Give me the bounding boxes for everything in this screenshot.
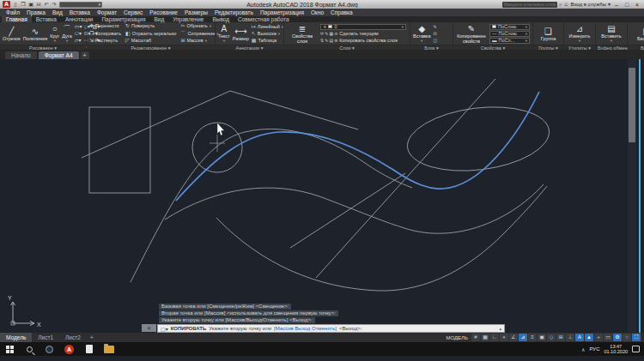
start-button[interactable] <box>0 342 20 356</box>
chevron-down-icon[interactable]: ▾ <box>608 1 611 8</box>
command-line[interactable]: ▢▾ КОПИРОВАТЬ Укажите вторую точку или [… <box>157 324 505 333</box>
drawing-entity[interactable] <box>131 129 412 282</box>
command-history-toggle[interactable]: ▴ <box>499 326 501 331</box>
file-tab-drawing[interactable]: Формат А4 <box>39 51 79 59</box>
modify-tool-button[interactable]: ↻Повернуть <box>125 22 176 30</box>
help-search-input[interactable] <box>502 2 557 8</box>
drawing-entity[interactable] <box>165 184 544 233</box>
layer-properties-button[interactable]: ≣ Свойства слоя <box>287 24 318 44</box>
command-options[interactable]: [Массив Выход Отменить] <box>274 326 337 331</box>
drawing-entity[interactable] <box>82 91 358 158</box>
panel-label-groups[interactable]: Группы ▾ <box>533 45 563 50</box>
ribbon-tab-manage[interactable]: Управление <box>168 16 208 22</box>
panel-label-properties[interactable]: Свойства ▾ <box>453 45 532 50</box>
modify-tool-button[interactable]: ◸Масштаб <box>125 37 176 45</box>
leader-button[interactable]: ↖ Выноска▾ <box>252 31 283 37</box>
model-tab[interactable]: Модель <box>0 333 32 342</box>
match-properties-button[interactable]: ✎ Копирование свойств <box>456 24 487 44</box>
menu-dimension[interactable]: Размеры <box>181 9 211 16</box>
user-icon[interactable]: ☺ <box>563 1 568 8</box>
status-toggle-icon[interactable]: # <box>471 334 480 341</box>
open-file-icon[interactable]: ❒ <box>20 1 27 8</box>
create-block-icon[interactable]: ⊡ <box>433 31 436 37</box>
menu-file[interactable]: Файл <box>3 9 23 16</box>
panel-label-draw[interactable]: Рисование ▾ <box>0 45 86 50</box>
status-toggle-icon[interactable]: ⚙ <box>613 334 622 341</box>
redo-icon[interactable]: ↷ <box>51 1 58 8</box>
command-line-close[interactable]: ✕ <box>142 324 156 332</box>
menu-tools[interactable]: Сервис <box>120 9 146 16</box>
drawing-entity[interactable] <box>404 99 553 178</box>
command-window-icon[interactable]: ▢▾ <box>161 326 168 332</box>
status-toggle-icon[interactable]: ⌖ <box>500 334 508 341</box>
ribbon-tab-collaborate[interactable]: Совместная работа <box>234 16 293 22</box>
autocad-taskbar-icon[interactable]: A <box>59 342 79 356</box>
menu-parametric[interactable]: Параметризация <box>257 9 307 16</box>
layer-tool-icon[interactable]: ▦ <box>329 31 333 37</box>
table-button[interactable]: ▦ Таблица <box>252 38 283 44</box>
layer-tool-icon[interactable]: ⇅ <box>320 38 324 44</box>
modify-tool-button[interactable]: ⊞Массив▾ <box>180 37 218 45</box>
draw-tool-icon[interactable]: ▱▾ <box>75 37 82 44</box>
status-toggle-icon[interactable]: A <box>575 334 584 341</box>
vertical-scrollbar[interactable] <box>628 59 636 333</box>
layout2-tab[interactable]: Лист2 <box>59 333 87 342</box>
draw-tool-icon[interactable]: ▭▾ <box>75 23 82 30</box>
menu-draw[interactable]: Рисование <box>146 9 181 16</box>
group-button[interactable]: ❑ Группа <box>541 27 556 41</box>
model-space-label[interactable]: МОДЕЛЬ <box>443 335 471 340</box>
maximize-button[interactable]: □ <box>623 1 631 9</box>
undo-icon[interactable]: ↶ <box>43 1 50 8</box>
status-toggle-icon[interactable]: ⊞ <box>556 334 565 341</box>
modify-tool-button[interactable]: ❐Копировать <box>89 30 121 38</box>
paste-button[interactable]: ▤ Вставить▾ <box>601 24 621 43</box>
status-toggle-icon[interactable]: ∠ <box>509 334 518 341</box>
match-layer-button[interactable]: Копировать свойства слоя <box>339 38 398 44</box>
ribbon-tab-output[interactable]: Вывод <box>208 16 234 22</box>
layout1-tab[interactable]: Лист1 <box>32 333 59 342</box>
file-explorer-icon[interactable] <box>99 342 118 356</box>
drawing-entity[interactable] <box>216 186 547 291</box>
circle-button[interactable]: ○ Круг▾ <box>50 24 59 43</box>
workspace-dropdown[interactable]: ▾ <box>59 2 102 8</box>
status-toggle-icon[interactable]: + <box>594 334 603 341</box>
panel-label-modify[interactable]: Редактирование ▾ <box>87 45 215 50</box>
make-current-button[interactable]: Сделать текущим <box>339 31 378 37</box>
arc-button[interactable]: ⌒ Дуга▾ <box>62 24 72 43</box>
ribbon-tab-insert[interactable]: Вставка <box>32 16 61 22</box>
edit-block-icon[interactable]: ✎ <box>433 24 436 30</box>
close-button[interactable]: × <box>633 1 641 9</box>
taskbar-clock[interactable]: 13:47 01.10.2020 <box>604 344 628 355</box>
modify-tool-button[interactable]: ✂Обрезать▾ <box>180 22 218 30</box>
status-toggle-icon[interactable]: ▲ <box>585 334 593 341</box>
ribbon-tab-home[interactable]: Главная <box>2 16 32 22</box>
modify-tool-button[interactable]: ⌒Сопряжение▾ <box>180 30 218 38</box>
model-space-canvas[interactable]: Y X Базовая точка или [Смещение/реЖим] <… <box>0 59 644 333</box>
search-icon[interactable]: ⌕ <box>559 1 562 8</box>
taskbar-search-icon[interactable] <box>20 342 39 356</box>
status-toggle-icon[interactable]: ∟ <box>490 334 499 341</box>
status-toggle-icon[interactable]: ▣ <box>538 334 546 341</box>
base-view-button[interactable]: ◫ Базовый <box>637 27 644 41</box>
language-indicator[interactable]: РУС <box>589 346 599 352</box>
layer-tool-icon[interactable]: ✎ <box>325 31 328 37</box>
new-drawing-tab-button[interactable]: + <box>81 51 89 59</box>
menu-insert[interactable]: Вставка <box>66 9 94 16</box>
panel-label-view[interactable]: Вид ▾ <box>628 45 644 50</box>
status-toggle-icon[interactable]: ▦ <box>481 334 489 341</box>
polyline-button[interactable]: ∿ Полилиния <box>23 27 48 41</box>
spline-blue[interactable] <box>176 92 539 201</box>
plot-icon[interactable]: ⊟ <box>35 1 42 8</box>
status-toggle-icon[interactable]: ▭ <box>604 334 612 341</box>
panel-label-block[interactable]: Блок ▾ <box>410 45 453 50</box>
tray-expand-icon[interactable]: ∧ <box>581 346 585 352</box>
modify-tool-button[interactable]: ⇲Растянуть <box>89 37 121 45</box>
color-dropdown[interactable]: ПоСлою ▾ <box>489 24 530 30</box>
autocad-logo-icon[interactable]: A <box>3 1 10 8</box>
notification-center-icon[interactable] <box>632 346 640 352</box>
menu-window[interactable]: Окно <box>307 9 327 16</box>
modify-tool-button[interactable]: ✚Перенести <box>89 22 121 30</box>
ribbon-tab-view[interactable]: Вид <box>150 16 169 22</box>
layer-tool-icon[interactable]: ▤ <box>329 38 333 44</box>
task-view-icon[interactable] <box>39 342 59 356</box>
